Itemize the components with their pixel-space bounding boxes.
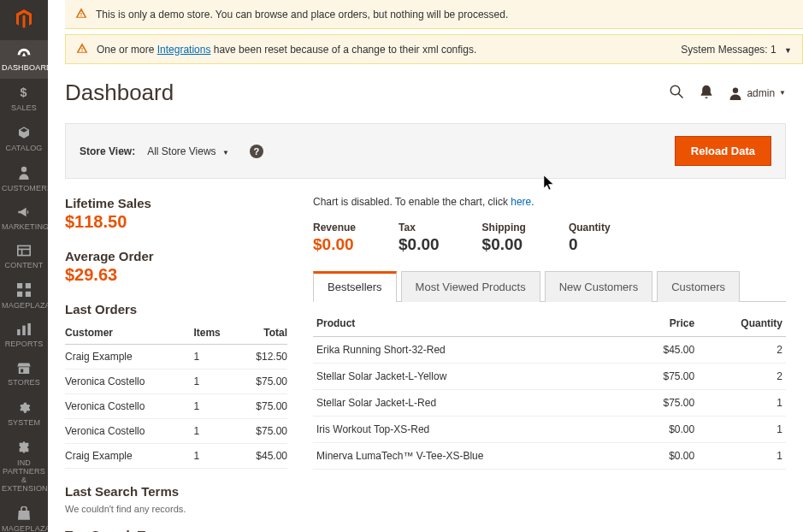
chevron-down-icon: ▼ xyxy=(222,149,229,157)
sidebar-item-customers[interactable]: CUSTOMERS xyxy=(0,159,48,199)
gauge-icon xyxy=(2,47,46,61)
warning-icon xyxy=(76,42,88,56)
integrations-text: One or more Integrations have been reset… xyxy=(97,44,476,56)
storeview-selector[interactable]: All Store Views ▼ xyxy=(147,145,229,157)
chevron-down-icon: ▼ xyxy=(784,46,792,55)
table-row[interactable]: Veronica Costello1$75.00 xyxy=(65,369,287,394)
notifications-icon[interactable] xyxy=(700,84,713,102)
sidebar-item-sales[interactable]: $ SALES xyxy=(0,79,48,119)
tab-new-customers[interactable]: New Customers xyxy=(545,271,652,302)
col-product: Product xyxy=(313,310,629,337)
svg-text:$: $ xyxy=(21,86,27,99)
metric-revenue: Revenue $0.00 xyxy=(313,222,356,254)
svg-rect-11 xyxy=(27,323,31,335)
average-order-label: Average Order xyxy=(65,249,287,263)
col-items: Items xyxy=(193,322,237,345)
svg-rect-5 xyxy=(17,283,22,288)
svg-rect-2 xyxy=(18,245,30,255)
svg-rect-6 xyxy=(26,283,31,288)
storefront-icon xyxy=(2,362,46,375)
svg-point-12 xyxy=(671,86,681,95)
metric-tax: Tax $0.00 xyxy=(399,222,440,254)
last-search-empty: We couldn't find any records. xyxy=(65,504,287,514)
metrics-row: Revenue $0.00 Tax $0.00 Shipping $0.00 Q… xyxy=(313,222,786,254)
svg-line-13 xyxy=(679,93,683,98)
bag-icon xyxy=(2,506,46,522)
admin-sidebar: DASHBOARD $ SALES CATALOG CUSTOMERS MARK… xyxy=(0,0,48,532)
col-price: Price xyxy=(629,310,698,337)
grid-icon xyxy=(2,283,46,299)
puzzle-icon xyxy=(2,440,46,456)
tab-bestsellers[interactable]: Bestsellers xyxy=(313,271,397,302)
col-quantity: Quantity xyxy=(698,310,786,337)
svg-rect-10 xyxy=(22,326,26,335)
svg-rect-8 xyxy=(26,292,31,297)
sidebar-item-system[interactable]: SYSTEM xyxy=(0,393,48,434)
person-icon xyxy=(2,166,46,181)
lifetime-sales-label: Lifetime Sales xyxy=(65,196,287,210)
table-row[interactable]: Veronica Costello1$75.00 xyxy=(65,419,287,444)
average-order-value: $29.63 xyxy=(65,265,287,285)
metric-shipping: Shipping $0.00 xyxy=(482,222,526,254)
sidebar-item-catalog[interactable]: CATALOG xyxy=(0,119,48,159)
bestsellers-table: Product Price Quantity Erika Running Sho… xyxy=(313,310,786,470)
last-orders-heading: Last Orders xyxy=(65,302,287,316)
col-total: Total xyxy=(237,322,287,345)
lifetime-sales-value: $118.50 xyxy=(65,212,287,232)
dollar-icon: $ xyxy=(2,86,46,101)
sidebar-item-reports[interactable]: REPORTS xyxy=(0,316,48,355)
table-row[interactable]: Craig Example1$45.00 xyxy=(65,444,287,469)
system-message-banner: One or more Integrations have been reset… xyxy=(65,34,803,64)
megaphone-icon xyxy=(2,206,46,220)
top-search-heading: Top Search Terms xyxy=(65,528,287,532)
blocks-icon xyxy=(2,245,46,258)
sidebar-item-marketing[interactable]: MARKETING xyxy=(0,199,48,238)
gear-icon xyxy=(2,400,46,416)
main-content: This is only a demo store. You can brows… xyxy=(48,0,803,532)
warning-icon xyxy=(75,7,87,21)
table-row[interactable]: Craig Example1$12.50 xyxy=(65,345,287,369)
svg-rect-7 xyxy=(17,292,22,297)
demo-store-banner: This is only a demo store. You can brows… xyxy=(65,0,803,29)
metric-quantity: Quantity 0 xyxy=(569,222,611,254)
tab-most-viewed[interactable]: Most Viewed Products xyxy=(401,271,540,302)
sidebar-item-content[interactable]: CONTENT xyxy=(0,238,48,276)
table-row[interactable]: Erika Running Short-32-Red$45.002 xyxy=(313,337,786,364)
sidebar-item-partners[interactable]: IND PARTNERS & EXTENSIONS xyxy=(0,434,48,499)
page-title: Dashboard xyxy=(65,80,669,106)
user-icon xyxy=(729,86,742,100)
dashboard-tabs: Bestsellers Most Viewed Products New Cus… xyxy=(313,271,786,302)
left-column: Lifetime Sales $118.50 Average Order $29… xyxy=(65,196,287,532)
svg-rect-9 xyxy=(17,329,21,335)
table-row[interactable]: Minerva LumaTech™ V-Tee-XS-Blue$0.001 xyxy=(313,443,786,470)
table-row[interactable]: Stellar Solar Jacket-L-Red$75.001 xyxy=(313,390,786,417)
tab-customers[interactable]: Customers xyxy=(657,271,740,302)
chevron-down-icon: ▼ xyxy=(779,89,786,97)
table-row[interactable]: Veronica Costello1$75.00 xyxy=(65,394,287,419)
col-customer: Customer xyxy=(65,322,193,345)
reload-data-button[interactable]: Reload Data xyxy=(675,136,771,166)
search-icon[interactable] xyxy=(669,84,684,102)
sidebar-item-marketplace[interactable]: MAGEPLAZA MARKETPLACE xyxy=(0,499,48,532)
chart-disabled-note: Chart is disabled. To enable the chart, … xyxy=(313,196,786,208)
system-messages-toggle[interactable]: System Messages: 1 ▼ xyxy=(681,44,792,56)
right-column: Chart is disabled. To enable the chart, … xyxy=(313,196,786,532)
table-row[interactable]: Stellar Solar Jacket-L-Yellow$75.002 xyxy=(313,364,786,390)
table-row[interactable]: Iris Workout Top-XS-Red$0.001 xyxy=(313,417,786,443)
page-header: Dashboard admin ▼ xyxy=(48,64,803,115)
sidebar-item-stores[interactable]: STORES xyxy=(0,355,48,393)
sidebar-item-dashboard[interactable]: DASHBOARD xyxy=(0,40,48,79)
admin-account-dropdown[interactable]: admin ▼ xyxy=(729,86,786,100)
integrations-link[interactable]: Integrations xyxy=(157,44,211,56)
magento-logo[interactable] xyxy=(0,0,48,40)
demo-store-text: This is only a demo store. You can brows… xyxy=(96,9,508,21)
help-icon[interactable]: ? xyxy=(250,145,263,158)
storeview-label: Store View: xyxy=(80,145,135,157)
last-search-heading: Last Search Terms xyxy=(65,484,287,499)
tab-body: Product Price Quantity Erika Running Sho… xyxy=(313,301,786,470)
svg-point-1 xyxy=(21,167,27,172)
bars-icon xyxy=(2,323,46,337)
svg-point-14 xyxy=(733,87,738,92)
sidebar-item-mageplaza[interactable]: MAGEPLAZA xyxy=(0,276,48,316)
enable-chart-link[interactable]: here xyxy=(511,196,531,208)
